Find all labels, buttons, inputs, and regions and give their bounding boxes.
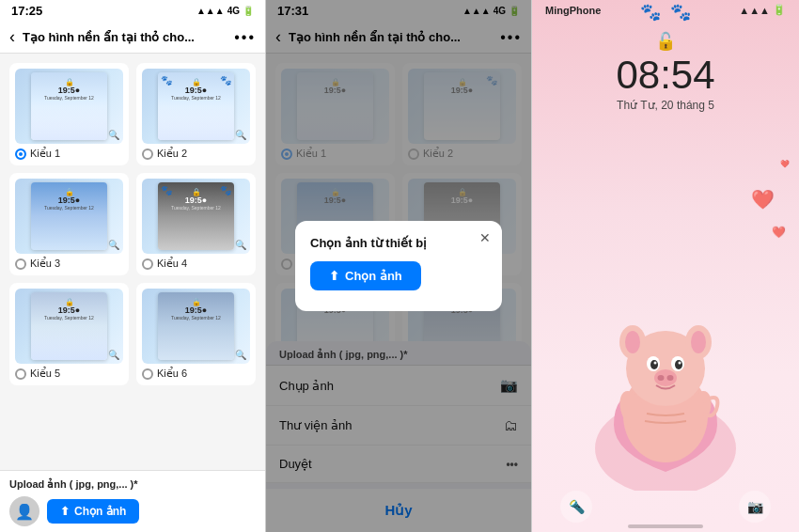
panel-2: 17:31 ▲▲▲ 4G 🔋 ‹ Tạo hình nền ẩn tại thỏ…: [266, 0, 532, 532]
status-icons-1: ▲▲▲ 4G 🔋: [196, 6, 254, 16]
network-label: 4G: [227, 6, 240, 16]
style-item-6[interactable]: 🔒 19:5● Tuesday, September 12 🔍 Kiểu 6: [136, 283, 256, 385]
modal-overlay: Chọn ảnh từ thiết bị ✕ ⬆ Chọn ảnh: [266, 0, 531, 532]
modal-box: Chọn ảnh từ thiết bị ✕ ⬆ Chọn ảnh: [295, 221, 502, 311]
styles-grid: 🔒 19:5● Tuesday, September 12 🔍 Kiểu 1: [9, 63, 256, 385]
nav-title-1: Tạo hình nền ẩn tại thỏ cho...: [23, 30, 227, 44]
style-item-2[interactable]: 🔒 19:5● Tuesday, September 12 🐾 🐾 🔍 Kiểu…: [136, 63, 256, 165]
style-item-1[interactable]: 🔒 19:5● Tuesday, September 12 🔍 Kiểu 1: [9, 63, 129, 165]
lock-date: Thứ Tư, 20 tháng 5: [617, 99, 714, 112]
style-label-5: Kiểu 5: [15, 368, 123, 380]
magnify-icon-1: 🔍: [108, 130, 119, 140]
upload-section-1: Upload ảnh ( jpg, png,... )* 👤 ⬆ Chọn ản…: [0, 470, 265, 532]
style-preview-5: 🔒 19:5● Tuesday, September 12 🔍: [15, 289, 123, 364]
magnify-icon-5: 🔍: [108, 350, 119, 360]
camera-icon-3: 📷: [747, 499, 763, 514]
signal-icon: ▲▲▲: [196, 6, 225, 16]
right-status: ▲▲▲ 🔋: [739, 4, 786, 16]
pig-illustration: [572, 265, 760, 494]
style-label-4: Kiểu 4: [142, 258, 250, 270]
style-label-6: Kiểu 6: [142, 368, 250, 380]
time-1: 17:25: [11, 4, 42, 18]
panel-1: 17:25 ▲▲▲ 4G 🔋 ‹ Tạo hình nền ẩn tại thỏ…: [0, 0, 266, 532]
radio-3[interactable]: [15, 258, 26, 270]
lock-icon-3: 🔓: [655, 31, 676, 52]
svg-point-6: [691, 331, 706, 353]
back-button-1[interactable]: ‹: [9, 27, 15, 47]
modal-upload-icon: ⬆: [329, 269, 339, 283]
home-indicator: [628, 524, 703, 528]
mingphone-label: MingPhone: [545, 5, 601, 16]
svg-point-9: [650, 360, 658, 369]
style-preview-6: 🔒 19:5● Tuesday, September 12 🔍: [142, 289, 250, 364]
style-preview-2: 🔒 19:5● Tuesday, September 12 🐾 🐾 🔍: [142, 69, 250, 144]
heart-icon-3: ❤️: [780, 160, 790, 168]
svg-point-12: [679, 362, 682, 365]
style-grid-1: 🔒 19:5● Tuesday, September 12 🔍 Kiểu 1: [0, 54, 265, 470]
style-item-5[interactable]: 🔒 19:5● Tuesday, September 12 🔍 Kiểu 5: [9, 283, 129, 385]
chon-anh-button-1[interactable]: ⬆ Chọn ảnh: [47, 499, 139, 524]
radio-6[interactable]: [142, 368, 153, 380]
nav-bar-1: ‹ Tạo hình nền ẩn tại thỏ cho... •••: [0, 22, 265, 54]
svg-point-10: [675, 360, 682, 369]
radio-2[interactable]: [142, 149, 153, 160]
pig-svg: [572, 265, 760, 491]
magnify-icon-4: 🔍: [235, 240, 246, 250]
wifi-icon: ▲▲▲: [739, 5, 770, 16]
heart-icon-1: ❤️: [751, 188, 775, 211]
magnify-icon-2: 🔍: [235, 130, 246, 140]
status-bar-3: MingPhone 🐾 🐾 ▲▲▲ 🔋: [532, 0, 799, 18]
magnify-icon-6: 🔍: [235, 350, 246, 360]
radio-5[interactable]: [15, 368, 26, 380]
style-preview-3: 🔒 19:5● Tuesday, September 12 🔍: [15, 179, 123, 254]
avatar-placeholder: 👤: [9, 496, 39, 526]
battery-icon: 🔋: [243, 6, 254, 16]
style-label-2: Kiểu 2: [142, 148, 250, 160]
lock-time: 08:54: [616, 55, 714, 95]
upload-row-1: 👤 ⬆ Chọn ảnh: [9, 496, 256, 526]
lock-screen: 🔓 08:54 Thứ Tư, 20 tháng 5: [532, 18, 799, 112]
upload-label-1: Upload ảnh ( jpg, png,... )*: [9, 478, 256, 491]
style-label-3: Kiểu 3: [15, 258, 123, 270]
status-bar-1: 17:25 ▲▲▲ 4G 🔋: [0, 0, 265, 22]
battery-3: 🔋: [773, 4, 786, 16]
radio-1[interactable]: [15, 149, 26, 160]
style-item-4[interactable]: 🔒 19:5● Tuesday, September 12 🐾 🐾 🔍 Kiểu…: [136, 173, 256, 275]
flashlight-icon: 🔦: [569, 499, 585, 514]
svg-point-11: [654, 362, 657, 365]
style-label-1: Kiểu 1: [15, 148, 123, 160]
magnify-icon-3: 🔍: [108, 240, 119, 250]
svg-point-5: [625, 331, 640, 353]
upload-icon-1: ⬆: [60, 505, 70, 518]
bottom-bar-3: 🔦 📷: [532, 491, 799, 523]
style-preview-1: 🔒 19:5● Tuesday, September 12 🔍: [15, 69, 123, 144]
camera-button[interactable]: 📷: [739, 491, 771, 523]
flashlight-button[interactable]: 🔦: [560, 491, 592, 523]
modal-close-button[interactable]: ✕: [479, 230, 491, 245]
style-preview-4: 🔒 19:5● Tuesday, September 12 🐾 🐾 🔍: [142, 179, 250, 254]
more-button-1[interactable]: •••: [234, 29, 256, 46]
style-item-3[interactable]: 🔒 19:5● Tuesday, September 12 🔍 Kiểu 3: [9, 173, 129, 275]
heart-icon-2: ❤️: [772, 226, 786, 239]
svg-point-14: [658, 375, 665, 381]
panel-3: MingPhone 🐾 🐾 ▲▲▲ 🔋 🔓 08:54 Thứ Tư, 20 t…: [532, 0, 799, 532]
modal-title: Chọn ảnh từ thiết bị: [310, 236, 487, 250]
modal-chon-anh-button[interactable]: ⬆ Chọn ảnh: [310, 261, 421, 290]
radio-4[interactable]: [142, 258, 153, 270]
svg-point-15: [667, 375, 674, 381]
